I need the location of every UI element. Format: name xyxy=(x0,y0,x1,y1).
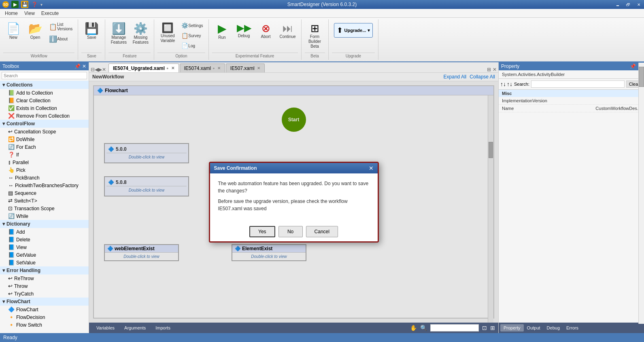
prop-tab-errors[interactable]: Errors xyxy=(563,324,582,331)
toolbox-item-flow-decision[interactable]: 🔸 FlowDecision xyxy=(0,313,89,321)
toolbox-item-if[interactable]: ❓ If xyxy=(0,151,89,158)
ribbon-btn-missing-features[interactable]: ⚙️ Missing Features xyxy=(130,21,151,47)
tab-ie507-close[interactable]: ✕ xyxy=(257,66,260,70)
for-each-label: For Each xyxy=(16,144,36,150)
fit-width-icon[interactable]: ⊞ xyxy=(490,325,495,331)
ribbon-btn-survey[interactable]: 📋 Survey xyxy=(179,31,205,40)
toolbox-item-exists-in-collection[interactable]: ✅ Exists in Collection xyxy=(0,104,89,112)
toolbox-item-remove-from-collection[interactable]: ❌ Remove From Collection xyxy=(0,112,89,120)
ribbon-btn-abort[interactable]: ⊗ Abort xyxy=(256,21,276,41)
bottom-tab-variables[interactable]: Variables xyxy=(92,324,119,331)
toolbox-item-dict-set-value[interactable]: 📘 SetValue xyxy=(0,259,89,266)
sequence-label: Sequence xyxy=(15,190,36,196)
tab-ie5074-close[interactable]: ✕ xyxy=(217,66,221,70)
tab-ie507[interactable]: IE507.xaml ✕ xyxy=(226,63,265,72)
tab-close-icon[interactable]: ✕ xyxy=(493,67,497,72)
toolbox-close-icon[interactable]: ✕ xyxy=(82,63,86,69)
ribbon-btn-list-versions[interactable]: 📋 List Versions xyxy=(47,21,74,32)
menu-execute[interactable]: Execute xyxy=(38,10,62,17)
property-sort-icon[interactable]: ↑↓ xyxy=(500,81,506,87)
ribbon-btn-run[interactable]: ▶ Run xyxy=(212,21,232,42)
expand-all-btn[interactable]: Expand All xyxy=(444,74,467,80)
bottom-tab-arguments[interactable]: Arguments xyxy=(120,324,150,331)
ribbon-btn-continue[interactable]: ⏭ Continue xyxy=(278,21,298,41)
toolbox-item-pick[interactable]: 👆 Pick xyxy=(0,166,89,174)
toolbox-item-flow-switch[interactable]: 🔸 Flow Switch xyxy=(0,321,89,329)
menu-view[interactable]: View xyxy=(21,10,38,17)
tab-upgraded-close[interactable]: ✕ xyxy=(171,66,174,70)
prop-tab-output[interactable]: Output xyxy=(524,324,544,331)
tab-ie5074[interactable]: IE5074.xaml ● ✕ xyxy=(180,63,225,72)
switch-label: Switch<T> xyxy=(14,198,37,204)
prop-tab-property[interactable]: Property xyxy=(500,324,524,331)
restore-btn[interactable]: 🗗 xyxy=(623,0,633,9)
property-search-input[interactable] xyxy=(531,80,625,88)
toolbox-item-while[interactable]: 🔄 While xyxy=(0,212,89,220)
toolbox-item-add-to-collection[interactable]: 📗 Add to Collection xyxy=(0,89,89,97)
toolbox-item-cancellation-scope[interactable]: ↩ Cancellation Scope xyxy=(0,128,89,135)
toolbox-section-flowchart[interactable]: ▾ FlowChart xyxy=(0,298,89,306)
prop-tab-debug[interactable]: Debug xyxy=(544,324,563,331)
property-sort-icon2[interactable]: ↑↓ xyxy=(507,81,512,87)
ribbon-btn-save[interactable]: 💾 Save xyxy=(81,21,102,42)
menu-home[interactable]: Home xyxy=(2,10,21,17)
toolbox-item-dict-delete[interactable]: 📘 Delete xyxy=(0,236,89,243)
ribbon-btn-form-builder[interactable]: ⊞ Form Builder Beta xyxy=(305,21,325,51)
toolbox-item-throw[interactable]: ↩ Throw xyxy=(0,282,89,290)
toolbox-item-dict-view[interactable]: 📘 View xyxy=(0,243,89,251)
tab-scroll-left[interactable]: ◀ xyxy=(95,67,98,72)
toolbox-item-dict-add[interactable]: 📘 Add xyxy=(0,228,89,236)
ribbon-btn-new[interactable]: 📄 New xyxy=(3,21,23,42)
quick-access-save[interactable]: ▶ xyxy=(11,1,19,8)
collapse-all-btn[interactable]: Collapse All xyxy=(470,74,495,80)
modal-no-btn[interactable]: No xyxy=(278,226,303,237)
toolbox-item-sequence[interactable]: ▤ Sequence xyxy=(0,189,89,197)
toolbox-item-flowchart[interactable]: 🔷 FlowChart xyxy=(0,306,89,313)
modal-cancel-btn[interactable]: Cancel xyxy=(306,226,338,237)
modal-yes-btn[interactable]: Yes xyxy=(249,226,275,237)
toolbox-pin-icon[interactable]: 📌 xyxy=(74,63,81,69)
modal-close-btn[interactable]: ✕ xyxy=(369,165,374,171)
hand-icon[interactable]: ✋ xyxy=(410,325,417,331)
toolbox-section-controlflow[interactable]: ▾ ControlFlow xyxy=(0,120,89,128)
ribbon-btn-open[interactable]: 📂 Open xyxy=(25,21,45,42)
toolbox-section-error-handling[interactable]: ▾ Error Handling xyxy=(0,266,89,274)
ribbon-btn-manage-features[interactable]: ⬇️ Manage Features xyxy=(108,21,129,47)
quick-access-play[interactable]: 💾 xyxy=(21,1,28,8)
toolbox-search-input[interactable] xyxy=(2,72,87,79)
tab-view-icon[interactable]: ⊞ xyxy=(487,67,491,72)
toolbox-item-pick-branch[interactable]: ↔ PickBranch xyxy=(0,174,89,182)
minimize-btn[interactable]: 🗕 xyxy=(612,0,623,9)
toolbox-item-rethrow[interactable]: ↩ ReThrow xyxy=(0,274,89,282)
toolbox-item-try-catch[interactable]: ↩ TryCatch xyxy=(0,290,89,298)
tab-close-all[interactable]: ✕ xyxy=(102,67,106,72)
ribbon-btn-about[interactable]: ℹ️ About xyxy=(47,34,74,44)
ribbon-btn-unused-variable[interactable]: 🔲 Unused Variable xyxy=(157,21,178,45)
tab-scroll-right[interactable]: ▶ xyxy=(98,67,102,72)
toolbox-section-dictionary[interactable]: ▾ Dictionary xyxy=(0,220,89,228)
property-pin-icon[interactable]: 📌 xyxy=(630,63,636,69)
toolbox-item-dict-get-value[interactable]: 📘 GetValue xyxy=(0,251,89,259)
toolbox-item-for-each[interactable]: 🔄 For Each xyxy=(0,143,89,151)
toolbox-item-switch[interactable]: ⇄ Switch<T> xyxy=(0,197,89,205)
dict-delete-label: Delete xyxy=(16,237,30,243)
close-btn[interactable]: ✕ xyxy=(633,0,644,9)
ribbon-btn-upgrade[interactable]: ⬆ Upgrade... ▾ xyxy=(332,21,375,40)
toolbox-item-pick-two-branches[interactable]: ↔ PickwithTwoBranchesFactory xyxy=(0,182,89,189)
tab-left-icon[interactable]: ⊟ xyxy=(91,67,95,72)
ribbon-btn-log[interactable]: 📄 Log xyxy=(179,41,205,50)
toolbox-scrollbar[interactable] xyxy=(638,63,644,324)
toolbox-item-do-while[interactable]: 🔁 DoWhile xyxy=(0,135,89,143)
quick-access-help[interactable]: ❓ xyxy=(31,1,38,8)
toolbox-section-collections[interactable]: ▾ Collections xyxy=(0,81,89,89)
fit-screen-icon[interactable]: ⊡ xyxy=(482,325,487,331)
magnify-icon[interactable]: 🔍 xyxy=(420,325,427,331)
bottom-tab-imports[interactable]: Imports xyxy=(151,324,174,331)
ribbon-btn-settings[interactable]: ⚙️ Settings xyxy=(179,21,205,30)
ribbon-btn-debug[interactable]: ▶▶ Debug xyxy=(234,21,254,40)
toolbox-item-parallel[interactable]: ⫿ Parallel xyxy=(0,158,89,166)
toolbox-item-transaction-scope[interactable]: ⊡ Transaction Scope xyxy=(0,205,89,212)
toolbox-item-clear-collection[interactable]: 📙 Clear Collection xyxy=(0,97,89,104)
tab-upgraded[interactable]: IE5074_Upgrated.xaml ● ✕ xyxy=(108,63,179,72)
zoom-input[interactable] xyxy=(430,324,479,331)
